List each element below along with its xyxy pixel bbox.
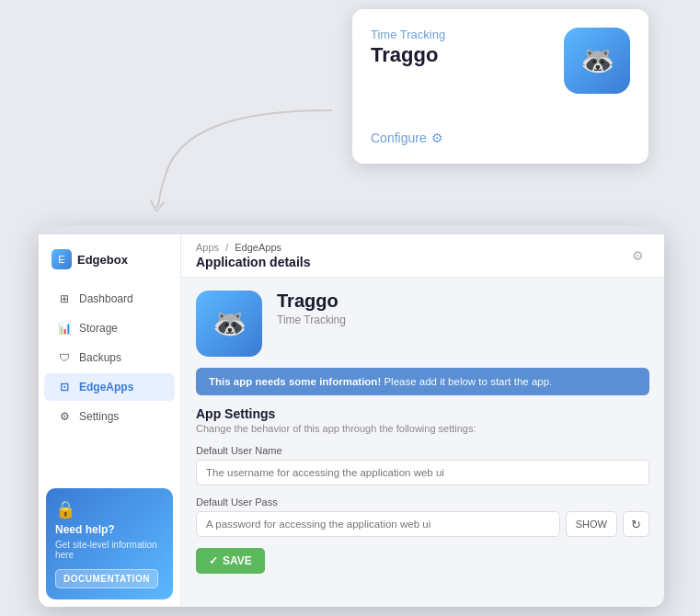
banner-text: Please add it below to start the app. bbox=[384, 376, 552, 387]
sidebar-item-storage[interactable]: 📊 Storage bbox=[44, 314, 175, 342]
help-subtitle: Get site-level information here bbox=[55, 540, 164, 560]
sidebar-item-backups[interactable]: 🛡 Backups bbox=[44, 344, 175, 371]
sidebar: E Edgebox ⊞ Dashboard 📊 Storage 🛡 Backup… bbox=[39, 234, 181, 607]
save-checkmark-icon: ✓ bbox=[209, 554, 218, 567]
username-input[interactable] bbox=[196, 460, 649, 485]
configure-link[interactable]: Configure ⚙ bbox=[371, 131, 630, 145]
info-banner: This app needs some information! Please … bbox=[196, 368, 649, 395]
breadcrumb-apps[interactable]: Apps bbox=[196, 242, 219, 253]
form-group-password: Default User Pass SHOW ↻ bbox=[196, 496, 649, 537]
settings-section: App Settings Change the behavior of this… bbox=[196, 406, 649, 434]
page-title: Application details bbox=[196, 255, 310, 269]
sidebar-item-backups-label: Backups bbox=[79, 351, 121, 364]
help-box: 🔒 Need help? Get site-level information … bbox=[46, 488, 173, 599]
form-actions: ✓ SAVE bbox=[196, 548, 649, 574]
arrow-decoration bbox=[110, 101, 350, 211]
password-input[interactable] bbox=[196, 511, 560, 537]
app-name: Traggo bbox=[277, 291, 346, 312]
help-icon: 🔒 bbox=[55, 499, 75, 519]
show-password-button[interactable]: SHOW bbox=[566, 511, 617, 537]
breadcrumb-separator: / bbox=[225, 242, 228, 253]
settings-icon: ⚙ bbox=[57, 409, 72, 424]
tooltip-app-name: Traggo bbox=[371, 43, 445, 67]
configure-gear-icon: ⚙ bbox=[431, 131, 443, 145]
configure-label: Configure bbox=[371, 131, 427, 145]
storage-icon: 📊 bbox=[57, 321, 72, 336]
page-gear-button[interactable]: ⚙ bbox=[625, 244, 649, 268]
header-left: Apps / EdgeApps Application details bbox=[196, 242, 310, 269]
dashboard-icon: ⊞ bbox=[57, 291, 72, 306]
documentation-button[interactable]: DOCUMENTATION bbox=[55, 569, 158, 588]
sidebar-item-settings[interactable]: ⚙ Settings bbox=[44, 403, 175, 430]
sidebar-item-dashboard-label: Dashboard bbox=[79, 292, 133, 305]
main-header: Apps / EdgeApps Application details ⚙ bbox=[181, 234, 664, 278]
password-row: SHOW ↻ bbox=[196, 511, 649, 537]
sidebar-item-dashboard[interactable]: ⊞ Dashboard bbox=[44, 285, 175, 313]
window-topbar bbox=[39, 225, 664, 234]
app-window: E Edgebox ⊞ Dashboard 📊 Storage 🛡 Backup… bbox=[39, 225, 664, 607]
window-body: E Edgebox ⊞ Dashboard 📊 Storage 🛡 Backup… bbox=[39, 234, 664, 607]
form-group-username: Default User Name bbox=[196, 445, 649, 485]
app-detail-text: Traggo Time Tracking bbox=[277, 291, 346, 326]
edgebox-logo-text: Edgebox bbox=[77, 253, 128, 267]
sidebar-nav: ⊞ Dashboard 📊 Storage 🛡 Backups ⊡ EdgeAp… bbox=[39, 284, 180, 481]
banner-bold: This app needs some information! bbox=[209, 376, 381, 387]
app-category: Time Tracking bbox=[277, 314, 346, 326]
sidebar-logo: E Edgebox bbox=[39, 242, 180, 284]
help-title: Need help? bbox=[55, 523, 115, 536]
tooltip-category: Time Tracking bbox=[371, 28, 445, 41]
password-label: Default User Pass bbox=[196, 496, 649, 508]
sidebar-item-settings-label: Settings bbox=[79, 410, 119, 423]
tooltip-card-header: Time Tracking Traggo 🦝 bbox=[371, 28, 630, 94]
sidebar-item-storage-label: Storage bbox=[79, 322, 118, 335]
breadcrumb-edgeapps[interactable]: EdgeApps bbox=[235, 242, 281, 253]
save-label: SAVE bbox=[223, 554, 252, 567]
username-label: Default User Name bbox=[196, 445, 649, 456]
settings-desc: Change the behavior of this app through … bbox=[196, 423, 649, 434]
breadcrumb: Apps / EdgeApps bbox=[196, 242, 310, 253]
save-button[interactable]: ✓ SAVE bbox=[196, 548, 265, 574]
tooltip-card-text: Time Tracking Traggo bbox=[371, 28, 445, 67]
sidebar-item-edgeapps-label: EdgeApps bbox=[79, 381, 133, 394]
sidebar-item-edgeapps[interactable]: ⊡ EdgeApps bbox=[44, 373, 175, 401]
settings-title: App Settings bbox=[196, 406, 649, 421]
main-content: Apps / EdgeApps Application details ⚙ 🦝 … bbox=[181, 234, 664, 607]
app-icon-large: 🦝 bbox=[196, 291, 262, 357]
tooltip-app-icon: 🦝 bbox=[564, 28, 630, 94]
backups-icon: 🛡 bbox=[57, 350, 72, 365]
refresh-password-button[interactable]: ↻ bbox=[623, 511, 649, 537]
app-detail-card: 🦝 Traggo Time Tracking bbox=[196, 291, 649, 357]
content-inner: 🦝 Traggo Time Tracking This app needs so… bbox=[181, 278, 664, 587]
tooltip-card: Time Tracking Traggo 🦝 Configure ⚙ bbox=[352, 9, 648, 164]
edgeapps-icon: ⊡ bbox=[57, 380, 72, 394]
edgebox-logo-icon: E bbox=[52, 249, 72, 269]
